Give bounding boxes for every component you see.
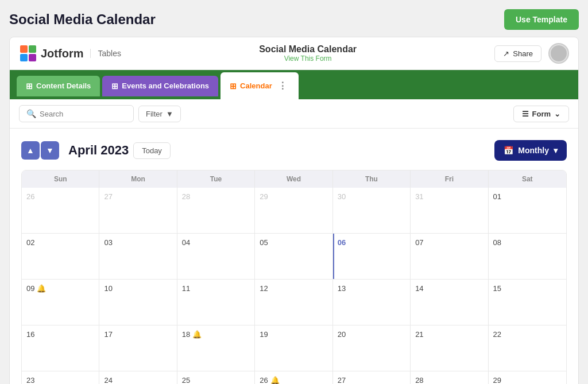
tab-more-icon[interactable]: ⋮ (276, 78, 289, 94)
calendar-nav: ▲ ▼ April 2023 Today 📅 Monthly ▾ (21, 140, 567, 161)
cal-cell-1-5[interactable]: 07 (411, 234, 488, 280)
cal-cell-4-3[interactable]: 26🔔 (255, 371, 332, 384)
cal-cell-3-5[interactable]: 21 (411, 325, 488, 371)
cal-date: 18 (182, 330, 190, 339)
form-chevron-icon: ⌄ (554, 110, 560, 118)
cal-cell-3-0[interactable]: 16 (22, 325, 99, 371)
cal-date-row: 02 (26, 238, 94, 247)
cal-cell-4-0[interactable]: 23 (22, 371, 99, 384)
top-bar-center: Social Media Calendar View This Form (130, 44, 485, 63)
cal-cell-4-5[interactable]: 28 (411, 371, 488, 384)
next-month-button[interactable]: ▼ (41, 141, 59, 160)
cal-cell-0-3[interactable]: 29 (255, 188, 332, 234)
cal-date-row: 29 (493, 376, 562, 384)
cal-cell-4-2[interactable]: 25 (177, 371, 255, 384)
cal-date: 28 (415, 376, 423, 384)
filter-button[interactable]: Filter ▼ (138, 106, 181, 122)
cal-cell-2-3[interactable]: 12 (255, 280, 332, 325)
cal-cell-1-2[interactable]: 04 (177, 234, 255, 280)
day-header-sun: Sun (22, 170, 99, 188)
cal-cell-3-6[interactable]: 22 (489, 325, 566, 371)
today-button[interactable]: Today (133, 142, 171, 159)
share-button[interactable]: ↗ Share (494, 45, 541, 62)
cal-date: 11 (182, 284, 190, 293)
cal-date: 14 (415, 284, 423, 293)
cal-cell-1-0[interactable]: 02 (22, 234, 99, 280)
nav-left: ▲ ▼ April 2023 Today (21, 141, 171, 160)
cal-date-row: 15 (493, 284, 562, 293)
cal-cell-2-2[interactable]: 11 (177, 280, 255, 325)
cal-date: 15 (493, 284, 501, 293)
tab-calendar[interactable]: ⊞ Calendar ⋮ (220, 72, 299, 99)
toolbar-left: 🔍 Filter ▼ (19, 105, 181, 122)
cal-date-row: 26 (26, 192, 94, 201)
cal-cell-2-5[interactable]: 14 (411, 280, 488, 325)
day-header-thu: Thu (333, 170, 411, 188)
cal-cell-4-4[interactable]: 27 (333, 371, 411, 384)
monthly-label: Monthly (518, 146, 549, 155)
calendar-area: ▲ ▼ April 2023 Today 📅 Monthly ▾ Sun Mo (10, 129, 578, 384)
cal-cell-2-4[interactable]: 13 (333, 280, 411, 325)
cal-cell-0-6[interactable]: 01 (489, 188, 566, 234)
cal-date-row: 21 (415, 330, 483, 339)
cal-cell-2-1[interactable]: 10 (99, 280, 177, 325)
cal-date-row: 01 (493, 192, 562, 201)
prev-month-button[interactable]: ▲ (21, 141, 40, 160)
tab-content-details-label: Content Details (36, 82, 91, 90)
cal-date-row: 28 (182, 192, 250, 201)
cal-date: 06 (338, 238, 346, 247)
cal-cell-1-3[interactable]: 05 (255, 234, 332, 280)
cal-date-row: 31 (415, 192, 483, 201)
cal-date: 23 (26, 376, 34, 384)
svg-rect-2 (20, 54, 28, 61)
cal-date-row: 27 (104, 192, 172, 201)
cal-date: 26 (26, 192, 34, 201)
search-box[interactable]: 🔍 (19, 105, 134, 122)
view-form-link[interactable]: View This Form (130, 55, 485, 63)
cal-date-row: 30 (338, 192, 405, 201)
cal-cell-0-4[interactable]: 30 (333, 188, 411, 234)
cal-cell-3-2[interactable]: 18🔔 (177, 325, 255, 371)
cal-date: 04 (182, 238, 190, 247)
top-bar: Jotform Tables Social Media Calendar Vie… (10, 37, 578, 70)
form-button[interactable]: ☰ Form ⌄ (513, 106, 570, 122)
toolbar: 🔍 Filter ▼ ☰ Form ⌄ (10, 99, 578, 129)
cal-cell-4-1[interactable]: 24 (99, 371, 177, 384)
use-template-button[interactable]: Use Template (504, 9, 579, 30)
cal-cell-4-6[interactable]: 29 (489, 371, 566, 384)
tab-content-details[interactable]: ⊞ Content Details (17, 76, 100, 96)
cal-cell-2-0[interactable]: 09🔔 (22, 280, 99, 325)
cal-cell-1-6[interactable]: 08 (489, 234, 566, 280)
cal-date-row: 16 (26, 330, 94, 339)
share-label: Share (513, 49, 533, 58)
cal-cell-3-3[interactable]: 19 (255, 325, 332, 371)
cal-date-row: 14 (415, 284, 483, 293)
cal-cell-0-5[interactable]: 31 (411, 188, 488, 234)
tab-events-celebrations[interactable]: ⊞ Events and Celebrations (102, 76, 218, 96)
cal-cell-3-4[interactable]: 20 (333, 325, 411, 371)
cal-cell-0-2[interactable]: 28 (177, 188, 255, 234)
tab-calendar-label: Calendar (240, 82, 272, 90)
cal-cell-1-4[interactable]: 06 (333, 234, 411, 280)
logo-text: Jotform (41, 47, 83, 60)
calendar-grid-icon: 📅 (504, 146, 513, 155)
top-bar-right: ↗ Share (494, 43, 569, 64)
search-input[interactable] (40, 110, 120, 118)
cal-date: 30 (338, 192, 346, 201)
cal-cell-0-1[interactable]: 27 (99, 188, 177, 234)
cal-cell-1-1[interactable]: 03 (99, 234, 177, 280)
cal-date: 07 (415, 238, 423, 247)
avatar[interactable] (548, 43, 569, 64)
cal-date: 24 (104, 376, 112, 384)
event-bell-icon: 🔔 (37, 284, 46, 293)
cal-cell-0-0[interactable]: 26 (22, 188, 99, 234)
event-bell-icon: 🔔 (270, 376, 280, 384)
cal-date: 29 (493, 376, 501, 384)
cal-cell-3-1[interactable]: 17 (99, 325, 177, 371)
calendar-header: Sun Mon Tue Wed Thu Fri Sat (22, 170, 566, 188)
grid-icon: ⊞ (111, 82, 118, 91)
monthly-view-button[interactable]: 📅 Monthly ▾ (494, 140, 567, 161)
cal-date: 13 (338, 284, 346, 293)
cal-date-row: 18🔔 (182, 330, 250, 339)
cal-cell-2-6[interactable]: 15 (489, 280, 566, 325)
